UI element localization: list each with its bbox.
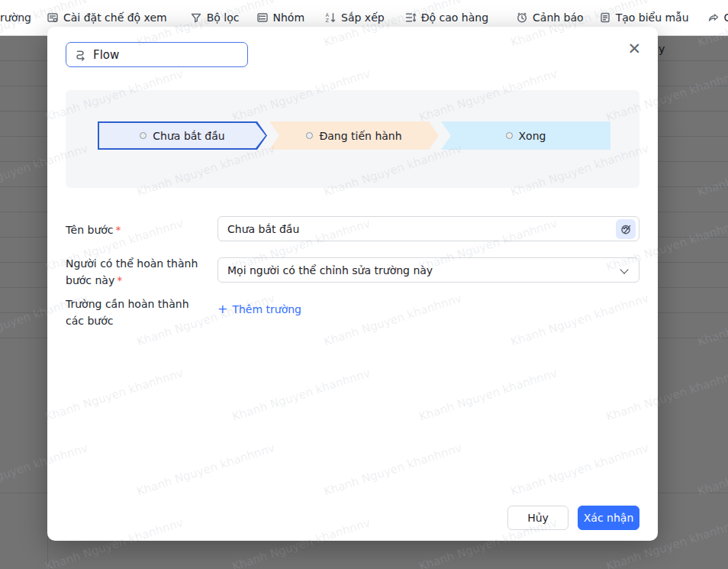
toolbar-item-share-view[interactable]: Chia sẻ chế độ xem <box>707 11 728 24</box>
completer-label: Người có thể hoàn thành bước này* <box>66 255 207 289</box>
view-settings-icon <box>47 11 59 24</box>
group-icon <box>256 11 269 24</box>
label-text: Người có thể hoàn thành bước này <box>66 257 198 286</box>
step-name-value: Chưa bắt đầu <box>227 223 299 235</box>
workflow-icon <box>74 48 87 61</box>
flow-steps: Chưa bắt đầu Đang tiến hành Xong <box>98 121 610 150</box>
svg-text:Z: Z <box>326 18 330 24</box>
toolbar-item-label: Tạo biểu mẫu <box>616 11 689 24</box>
toolbar-item-label: Bộ lọc <box>207 11 240 24</box>
completer-value: Mọi người có thể chỉnh sửa trường này <box>227 264 433 276</box>
toolbar-item-label: Chia sẻ chế độ xem <box>724 11 728 24</box>
close-icon[interactable]: ✕ <box>627 41 641 57</box>
toolbar-item-label: Sắp xếp <box>341 11 385 24</box>
flow-step-in-progress[interactable]: Đang tiến hành <box>269 121 439 150</box>
confirm-button[interactable]: Xác nhận <box>578 506 639 530</box>
required-marker: * <box>117 274 122 286</box>
flow-step-not-started[interactable]: Chưa bắt đầu <box>98 121 267 150</box>
step-name-label: Tên bước* <box>66 221 207 238</box>
form-icon <box>599 11 611 24</box>
cancel-button[interactable]: Hủy <box>507 506 569 530</box>
required-marker: * <box>116 224 121 236</box>
toolbar-item-filter[interactable]: Bộ lọc <box>190 11 240 24</box>
toolbar-item-label: rường <box>0 11 31 24</box>
flow-settings-dialog: Flow ✕ Chưa bắt đầu Đang tiến hành <box>47 27 658 541</box>
filter-icon <box>190 11 202 24</box>
add-field-link[interactable]: + Thêm trường <box>217 303 301 315</box>
step-name-field[interactable]: Chưa bắt đầu <box>217 216 639 241</box>
share-icon <box>707 11 720 24</box>
add-field-label: Thêm trường <box>232 303 301 315</box>
row-height-icon <box>404 11 417 24</box>
plus-icon: + <box>217 303 227 315</box>
toolbar-item-row-height[interactable]: Độ cao hàng <box>404 11 488 24</box>
toolbar-item-create-form[interactable]: Tạo biểu mẫu <box>599 11 689 24</box>
step-color-button[interactable] <box>616 219 636 239</box>
toolbar-item-label: Cảnh báo <box>533 11 584 24</box>
flow-name-value: Flow <box>93 48 119 62</box>
flow-name-input[interactable]: Flow <box>66 42 248 67</box>
toolbar-item-fields[interactable]: rường <box>0 11 31 24</box>
toolbar-item-label: Cài đặt chế độ xem <box>63 11 167 24</box>
toolbar-item-label: Độ cao hàng <box>421 11 488 24</box>
palette-icon <box>620 224 632 235</box>
step-label: Xong <box>519 130 546 142</box>
toolbar-item-view-settings[interactable]: Cài đặt chế độ xem <box>47 11 167 24</box>
sort-icon: A Z <box>324 11 337 24</box>
step-status-dot-icon <box>506 132 513 139</box>
flow-preview-panel: Chưa bắt đầu Đang tiến hành Xong <box>66 90 639 188</box>
toolbar-item-group[interactable]: Nhóm <box>256 11 305 24</box>
toolbar-item-alert[interactable]: Cảnh báo <box>516 11 584 24</box>
completer-select[interactable]: Mọi người có thể chỉnh sửa trường này <box>217 257 639 283</box>
flow-step-done[interactable]: Xong <box>441 121 610 150</box>
label-text: Tên bước <box>66 224 114 236</box>
toolbar-item-sort[interactable]: A Z Sắp xếp <box>324 11 385 24</box>
screen: rường Cài đặt chế độ xem Bộ lọc Nhóm A Z <box>0 0 728 569</box>
step-label: Đang tiến hành <box>319 130 401 142</box>
toolbar-item-label: Nhóm <box>273 11 305 24</box>
alarm-clock-icon <box>516 11 528 24</box>
required-fields-label: Trường cần hoàn thành các bước <box>66 296 207 329</box>
chevron-down-icon <box>620 265 628 273</box>
label-text: Trường cần hoàn thành các bước <box>66 298 189 327</box>
step-label: Chưa bắt đầu <box>153 130 224 142</box>
